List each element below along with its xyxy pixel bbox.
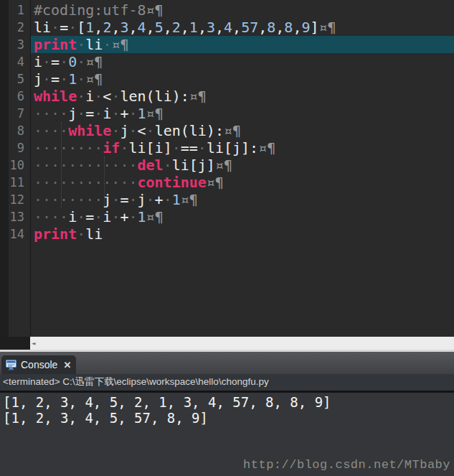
line-number[interactable]: 5 (0, 70, 31, 88)
code-line[interactable]: 10············del·li[j]¤¶ (0, 157, 454, 174)
code-text: while·i·<·len(li):¤¶ (31, 88, 454, 105)
line-number[interactable]: 3 (0, 36, 31, 53)
code-text: ········j·=·j·+·1¤¶ (31, 191, 454, 208)
code-text: ····j·=·i·+·1¤¶ (31, 105, 454, 122)
code-text: print·li (31, 225, 454, 243)
code-line[interactable]: 11············continue¤¶ (0, 174, 454, 191)
code-line[interactable]: 13····i·=·i·+·1¤¶ (0, 208, 454, 225)
scrollbar-left-arrow-icon[interactable]: ◄ (32, 339, 35, 347)
code-line[interactable]: 6while·i·<·len(li):¤¶ (0, 88, 454, 105)
watermark: http://blog.csdn.net/MTbaby (243, 458, 450, 472)
editor-scrollbar-row: ◄ (0, 337, 454, 350)
code-text: ············continue¤¶ (31, 174, 454, 191)
line-number[interactable]: 12 (0, 191, 31, 208)
code-line[interactable]: 14print·li (0, 225, 454, 243)
code-line[interactable]: 3print·li·¤¶ (0, 36, 454, 53)
console-tab-label: Console (21, 359, 57, 370)
code-editor[interactable]: 1#coding:utf-8¤¶2li·=·[1,2,3,4,5,2,1,3,4… (0, 0, 454, 337)
code-text: ····i·=·i·+·1¤¶ (31, 208, 454, 225)
console-status-line: <terminated> C:\迅雷下载\eclipse\workspace\h… (0, 374, 454, 391)
line-number[interactable]: 1 (0, 1, 31, 19)
console-tab-bar: Console ✕ (0, 352, 454, 374)
gutter-separator (30, 0, 31, 337)
code-text: #coding:utf-8¤¶ (31, 1, 454, 19)
line-number[interactable]: 7 (0, 105, 31, 122)
code-lines: 1#coding:utf-8¤¶2li·=·[1,2,3,4,5,2,1,3,4… (0, 0, 454, 243)
line-number[interactable]: 8 (0, 122, 31, 139)
code-line[interactable]: 1#coding:utf-8¤¶ (0, 1, 454, 19)
code-line[interactable]: 9········if·li[i]·==·li[j]:¤¶ (0, 139, 454, 157)
code-text: i·=·0·¤¶ (31, 53, 454, 70)
console-output-line: [1, 2, 3, 4, 5, 2, 1, 3, 4, 57, 8, 8, 9] (0, 393, 454, 410)
code-line[interactable]: 2li·=·[1,2,3,4,5,2,1,3,4,57,8,8,9]¤¶ (0, 19, 454, 36)
line-number[interactable]: 13 (0, 208, 31, 225)
code-text: ····while·j·<·len(li):¤¶ (31, 122, 454, 139)
line-number[interactable]: 4 (0, 53, 31, 70)
close-tab-icon[interactable]: ✕ (63, 360, 71, 370)
line-number[interactable]: 14 (0, 225, 31, 243)
tab-console[interactable]: Console ✕ (1, 355, 76, 374)
code-text: ············del·li[j]¤¶ (31, 157, 454, 174)
ide-window: 1#coding:utf-8¤¶2li·=·[1,2,3,4,5,2,1,3,4… (0, 0, 454, 476)
code-line[interactable]: 8····while·j·<·len(li):¤¶ (0, 122, 454, 139)
console-icon (6, 360, 17, 370)
code-line[interactable]: 7····j·=·i·+·1¤¶ (0, 105, 454, 122)
code-text: j·=·1·¤¶ (31, 70, 454, 88)
line-number[interactable]: 6 (0, 88, 31, 105)
code-text: li·=·[1,2,3,4,5,2,1,3,4,57,8,8,9]¤¶ (31, 19, 454, 36)
console-output[interactable]: [1, 2, 3, 4, 5, 2, 1, 3, 4, 57, 8, 8, 9]… (0, 393, 454, 476)
code-line[interactable]: 12········j·=·j·+·1¤¶ (0, 191, 454, 208)
line-number[interactable]: 11 (0, 174, 31, 191)
code-line[interactable]: 5j·=·1·¤¶ (0, 70, 454, 88)
line-number[interactable]: 2 (0, 19, 31, 36)
code-text: ········if·li[i]·==·li[j]:¤¶ (31, 139, 454, 157)
code-line[interactable]: 4i·=·0·¤¶ (0, 53, 454, 70)
console-output-line: [1, 2, 3, 4, 5, 57, 8, 9] (0, 410, 454, 426)
code-text: print·li·¤¶ (31, 36, 454, 53)
line-number[interactable]: 10 (0, 157, 31, 174)
line-number[interactable]: 9 (0, 139, 31, 157)
horizontal-scrollbar[interactable]: ◄ (30, 337, 454, 350)
